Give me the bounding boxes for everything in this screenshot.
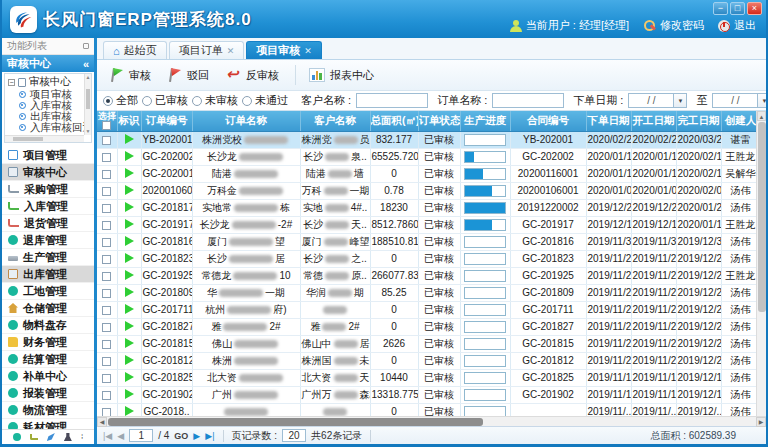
vertical-scroll-thumb[interactable] [758, 122, 766, 312]
cell-creator[interactable]: 汤伟 [721, 284, 756, 301]
cell-order-no[interactable]: GC-201809 [141, 284, 192, 301]
radio-已审核[interactable]: 已审核 [142, 93, 188, 108]
cell-contract[interactable]: GC-201917 [510, 216, 586, 233]
sidebar-item-生产管理[interactable]: 生产管理 [2, 249, 94, 266]
cell-select[interactable] [97, 233, 117, 250]
sidebar-item-审核中心[interactable]: 审核中心 [2, 164, 94, 181]
cell-select[interactable] [97, 403, 117, 416]
cell-order-name[interactable]: 常德龙10 [192, 267, 300, 284]
row-checkbox[interactable] [102, 289, 111, 298]
scroll-left-icon[interactable]: ◀ [97, 417, 107, 427]
cell-select[interactable] [97, 165, 117, 182]
cell-area[interactable]: 0 [370, 250, 418, 267]
cell-creator[interactable]: 汤伟 [721, 318, 756, 335]
cell-creator[interactable]: 汤伟 [721, 301, 756, 318]
column-header-订单状态[interactable]: 订单状态 [418, 111, 460, 131]
cell-order-date[interactable]: 2019/12/20 [586, 199, 631, 216]
cell-customer[interactable]: 长沙天.. [300, 216, 370, 233]
toolbar-button-报表中心[interactable]: 报表中心 [304, 65, 382, 86]
cell-contract[interactable]: GC-201827 [510, 318, 586, 335]
minimize-button[interactable]: − [713, 2, 728, 15]
tree-horizontal-scrollbar[interactable] [5, 135, 84, 142]
cell-customer[interactable]: 株洲国未来 [300, 352, 370, 369]
cell-select[interactable] [97, 284, 117, 301]
cell-finish-date[interactable]: 2019/12/.. [676, 403, 721, 416]
cell-creator[interactable]: 谌雷 [721, 131, 756, 148]
table-row[interactable]: GC-202002长沙龙长沙泉..65525.7200..已审核GC-20200… [97, 148, 756, 165]
cell-order-name[interactable]: 雅2# [192, 318, 300, 335]
cell-area[interactable]: 0 [370, 301, 418, 318]
cell-contract[interactable]: 20200106001 [510, 182, 586, 199]
table-row[interactable]: GC-2018..0已审核2019/11/..2019/11/..2019/12… [97, 403, 756, 416]
row-checkbox[interactable] [102, 170, 111, 179]
cell-start-date[interactable]: 2019/11/.. [631, 403, 676, 416]
cell-customer[interactable]: 雅2# [300, 318, 370, 335]
cell-start-date[interactable]: 2019/11/20 [631, 284, 676, 301]
row-checkbox[interactable] [102, 187, 111, 196]
table-row[interactable]: GC-201902广州广州万森林13318.775已审核GC-201902201… [97, 386, 756, 403]
row-checkbox[interactable] [102, 238, 111, 247]
logout-button[interactable]: 退出 [718, 18, 756, 33]
sidebar-item-出库管理[interactable]: 出库管理 [2, 266, 94, 283]
sidebar-item-采购管理[interactable]: 采购管理 [2, 181, 94, 198]
cell-finish-date[interactable]: 2019/12/20 [676, 352, 721, 369]
change-password-button[interactable]: 修改密码 [643, 18, 704, 33]
cell-customer[interactable] [300, 403, 370, 416]
cell-finish-date[interactable]: 2019/12/20 [676, 318, 721, 335]
toolbar-button-驳回[interactable]: 驳回 [163, 64, 217, 86]
cell-order-name[interactable]: 杭州府) [192, 301, 300, 318]
table-row[interactable]: YB-202001株洲党校株洲党员..832.177已审核YB-20200120… [97, 131, 756, 148]
row-checkbox[interactable] [102, 340, 111, 349]
cell-order-date[interactable]: 2019/11/.. [586, 403, 631, 416]
close-button[interactable]: × [747, 2, 762, 15]
table-row[interactable]: GC-201827雅2#雅2#0已审核GC-2018272019/11/2020… [97, 318, 756, 335]
sidebar-item-入库管理[interactable]: 入库管理 [2, 198, 94, 215]
cell-start-date[interactable]: 2019/11/30 [631, 233, 676, 250]
cell-contract[interactable]: GC-201815 [510, 335, 586, 352]
cell-start-date[interactable]: 2019/11/27 [631, 250, 676, 267]
close-tab-icon[interactable]: ✕ [227, 46, 235, 56]
column-header-完工日期[interactable]: 完工日期 [676, 111, 721, 131]
cell-start-date[interactable]: 2019/12/17 [631, 216, 676, 233]
column-header-开工日期[interactable]: 开工日期 [631, 111, 676, 131]
column-header-订单编号[interactable]: 订单编号 [141, 111, 192, 131]
tab-项目审核[interactable]: 项目审核✕ [246, 41, 322, 59]
vertical-scrollbar[interactable]: ▲ [756, 111, 766, 416]
radio-全部[interactable]: 全部 [103, 93, 138, 108]
cell-status[interactable]: 已审核 [418, 233, 460, 250]
cell-order-date[interactable]: 2019/11/19 [586, 386, 631, 403]
cell-status[interactable]: 已审核 [418, 148, 460, 165]
table-row[interactable]: GC-2018178实地常栋实地4#..18230已审核201912200022… [97, 199, 756, 216]
page-number-input[interactable]: 1 [129, 429, 153, 442]
table-row[interactable]: GC-201925常德龙10常德原..266077.835..已审核GC-201… [97, 267, 756, 284]
cell-order-date[interactable]: 2020/01/19 [586, 148, 631, 165]
cell-order-name[interactable]: 华一期 [192, 284, 300, 301]
cell-order-no[interactable]: GC-202002 [141, 148, 192, 165]
more-options-icon[interactable]: ⁞ [81, 433, 83, 441]
cell-start-date[interactable]: 2020/01/16 [631, 165, 676, 182]
cell-order-name[interactable]: 长沙龙-2# [192, 216, 300, 233]
sidebar-item-项目管理[interactable]: 项目管理 [2, 147, 94, 164]
cell-status[interactable]: 已审核 [418, 335, 460, 352]
cell-start-date[interactable]: 2019/11/20 [631, 301, 676, 318]
cell-finish-date[interactable]: 2019/12/27 [676, 250, 721, 267]
cell-customer[interactable]: 长沙泉.. [300, 148, 370, 165]
cell-order-no[interactable]: GC-201823 [141, 250, 192, 267]
table-row[interactable]: GC-201917长沙龙-2#长沙天..8512.78600..已审核GC-20… [97, 216, 756, 233]
cell-contract[interactable]: GC-201711 [510, 301, 586, 318]
row-checkbox[interactable] [102, 272, 111, 281]
cell-area[interactable]: 832.177 [370, 131, 418, 148]
cell-select[interactable] [97, 216, 117, 233]
table-row[interactable]: GC-201815佛山佛山中居2626已审核GC-2018152019/11/2… [97, 335, 756, 352]
cell-contract[interactable]: GC-201812 [510, 352, 586, 369]
cell-status[interactable]: 已审核 [418, 403, 460, 416]
cell-finish-date[interactable]: 2019/12/21 [676, 267, 721, 284]
cell-order-name[interactable]: 陆港 [192, 165, 300, 182]
cart-icon[interactable] [30, 434, 38, 440]
cell-finish-date[interactable]: 2019/12/20 [676, 284, 721, 301]
column-header-客户名称[interactable]: 客户名称 [300, 111, 370, 131]
row-checkbox[interactable] [102, 391, 111, 400]
first-page-button[interactable]: |◀ [103, 431, 112, 441]
collapse-icon[interactable]: « [83, 58, 89, 70]
sidebar-item-工地管理[interactable]: 工地管理 [2, 283, 94, 300]
